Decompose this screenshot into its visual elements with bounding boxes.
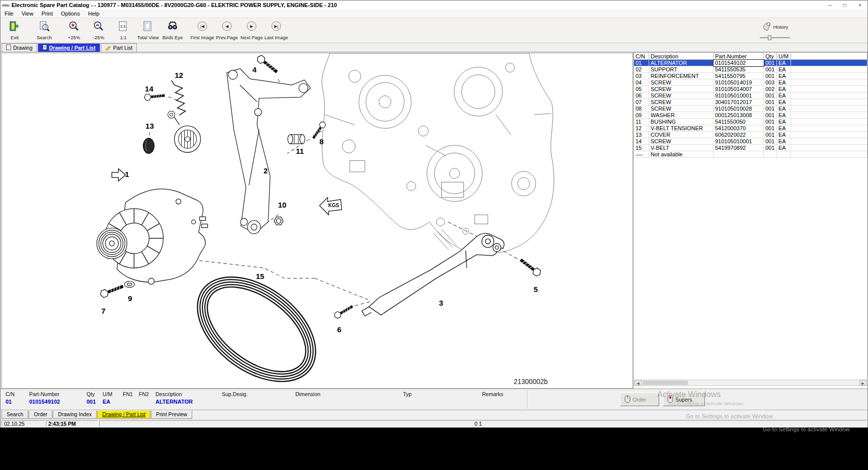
zoom-in-button[interactable]: +25% xyxy=(62,20,86,42)
minimize-icon[interactable]: ─ xyxy=(822,3,837,8)
table-row[interactable]: 04SCREW910105014019003EA xyxy=(634,79,867,86)
table-row[interactable]: 08SCREW910105010028001EA xyxy=(634,106,867,112)
mouse-red-icon xyxy=(667,395,673,404)
tab-drawing[interactable]: Drawing xyxy=(2,43,37,52)
table-row[interactable]: ----Not available xyxy=(634,151,867,158)
table-row[interactable]: 06SCREW910105010001001EA xyxy=(634,92,867,99)
svg-text:|◀: |◀ xyxy=(200,24,205,29)
callout-7: 7 xyxy=(101,306,105,315)
callout-10: 10 xyxy=(278,201,287,209)
table-row[interactable]: 05SCREW910105014007002EA xyxy=(634,86,867,92)
prev-page-button[interactable]: ◀ Prev.Page xyxy=(215,20,239,42)
last-image-button[interactable]: ▶| Last Image xyxy=(264,20,288,42)
one-to-one-button[interactable]: 1:1 1:1 xyxy=(111,20,135,42)
table-row[interactable]: 15V-BELT5419970892001EA xyxy=(634,145,867,151)
scroll-thumb[interactable] xyxy=(643,381,688,385)
callout-12: 12 xyxy=(175,71,183,79)
toolbar: Exit Search +25% -25% 1:1 1:1 Total View… xyxy=(1,18,867,43)
v-belt-tensioner-part xyxy=(168,80,201,152)
col-um[interactable]: U/M xyxy=(777,53,791,60)
total-view-icon xyxy=(142,21,153,34)
col-cn[interactable]: C/N xyxy=(634,53,649,60)
col-part-number[interactable]: Part-Number xyxy=(714,53,764,60)
callout-8: 8 xyxy=(320,137,324,146)
callout-4: 4 xyxy=(253,65,257,74)
table-row[interactable]: 09WASHER000125013008001EA xyxy=(634,112,867,119)
table-row[interactable]: 14SCREW910105010001001EA xyxy=(634,138,867,145)
callout-1: 1 xyxy=(125,170,129,178)
table-row[interactable]: 01ALTERNATOR0101549102001EA xyxy=(634,60,867,66)
search-button[interactable]: Search xyxy=(32,20,56,42)
bottom-tab-search[interactable]: Search xyxy=(2,411,28,419)
bottom-tab-order[interactable]: Order xyxy=(29,411,52,419)
prev-page-icon: ◀ xyxy=(221,21,232,34)
screw-7 xyxy=(99,283,124,299)
history-slider[interactable] xyxy=(760,35,790,40)
callout-9: 9 xyxy=(128,294,132,303)
tab-part-list[interactable]: Part List xyxy=(101,43,137,52)
table-row[interactable]: 03REINFORCEMENT5411550795001EA xyxy=(634,73,867,79)
exit-button[interactable]: Exit xyxy=(3,20,27,42)
titlebar: mtu Electronic Spare Part Catalog - - 13… xyxy=(1,1,867,10)
zoom-out-button[interactable]: -25% xyxy=(87,20,111,42)
parts-hscrollbar[interactable]: ◀ ▶ xyxy=(634,380,867,386)
next-page-button[interactable]: ▶ Next Page xyxy=(240,20,264,42)
detail-value-cn: 01 xyxy=(6,399,12,405)
status-page-indicator: 0 1 xyxy=(475,421,482,427)
bottom-tab-drawing-index[interactable]: Drawing Index xyxy=(53,411,97,419)
exit-icon xyxy=(9,21,20,34)
support-bracket-part xyxy=(362,233,504,316)
tab-drawing-part-list[interactable]: Drawing / Part List xyxy=(38,43,100,52)
svg-text:▶|: ▶| xyxy=(274,24,278,29)
total-view-button[interactable]: Total View xyxy=(136,20,160,42)
detail-label-fn2: FN2 xyxy=(139,391,149,397)
table-row[interactable]: 11BUSHING5411550050001EA xyxy=(634,119,867,125)
drawing-canvas[interactable]: KGS 1 2 3 4 5 6 7 8 9 10 11 12 13 xyxy=(2,53,633,389)
table-row[interactable]: 13COVER6062020022001EA xyxy=(634,132,867,138)
menu-print[interactable]: Print xyxy=(37,10,57,17)
history-slider-track xyxy=(760,37,790,38)
svg-text:▶: ▶ xyxy=(250,24,254,29)
detail-value-description: ALTERNATOR xyxy=(155,399,193,405)
scroll-right-icon[interactable]: ▶ xyxy=(859,380,866,386)
order-button[interactable]: Order xyxy=(620,393,659,406)
scroll-left-icon[interactable]: ◀ xyxy=(635,380,642,386)
detail-label-sup-desig: Sup.Desig. xyxy=(222,391,248,397)
menu-help[interactable]: Help xyxy=(84,10,104,17)
table-row[interactable]: 02SUPPORT5411550535001EA xyxy=(634,66,867,73)
detail-label-cn: C/N xyxy=(6,391,15,397)
close-icon[interactable]: × xyxy=(852,3,867,8)
menu-file[interactable]: File xyxy=(1,10,18,17)
screw-4 xyxy=(256,54,279,75)
first-image-button[interactable]: |◀ First Image xyxy=(190,20,214,42)
maximize-icon[interactable]: □ xyxy=(837,3,852,8)
table-row[interactable]: 07SCREW304017012017001EA xyxy=(634,99,867,106)
detail-label-remarks: Remarks xyxy=(482,391,503,397)
status-bar: 02.10.25 2:43:15 PM 0 1 xyxy=(1,419,867,427)
menu-options[interactable]: Options xyxy=(57,10,84,17)
detail-label-fn1: FN1 xyxy=(123,391,133,397)
bottom-tab-drawing-part-list[interactable]: Drawing / Part List xyxy=(97,411,150,419)
detail-label-description: Description xyxy=(155,391,182,397)
callout-14: 14 xyxy=(145,84,153,93)
history-label: History xyxy=(773,24,788,30)
menu-view[interactable]: View xyxy=(18,10,38,17)
last-image-icon: ▶| xyxy=(271,21,282,34)
screw-5 xyxy=(518,257,542,277)
supers-button[interactable]: Supers. xyxy=(663,393,705,406)
window-title: Electronic Spare Part Catalog - - 130977… xyxy=(12,2,822,8)
screw-14 xyxy=(144,92,165,101)
bottom-tab-print-preview[interactable]: Print Preview xyxy=(151,411,192,419)
first-image-icon: |◀ xyxy=(197,21,208,34)
drawing-tab-icon xyxy=(6,44,11,51)
callout-2: 2 xyxy=(264,166,268,175)
col-qty[interactable]: Qty xyxy=(764,53,777,60)
item-pointer-arrow xyxy=(112,169,125,181)
status-date: 02.10.25 xyxy=(2,420,45,427)
col-description[interactable]: Description xyxy=(649,53,714,60)
birds-eye-button[interactable]: Birds Eye xyxy=(161,20,185,42)
drawing-part-list-tab-icon xyxy=(42,44,47,51)
table-row[interactable]: 12V-BELT TENSIONER5412000370001EA xyxy=(634,125,867,132)
svg-text:◀: ◀ xyxy=(225,24,229,29)
history-slider-thumb[interactable] xyxy=(768,35,771,40)
